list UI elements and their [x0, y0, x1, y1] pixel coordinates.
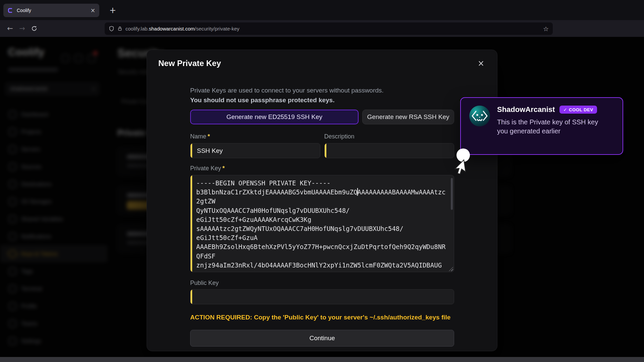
private-key-textarea[interactable]: -----BEGIN OPENSSH PRIVATE KEY-----b3Blb… — [190, 175, 454, 272]
avatar — [469, 105, 490, 127]
continue-button[interactable]: Continue — [190, 330, 454, 347]
window-bottom-strip — [0, 357, 644, 362]
scrollbar-thumb[interactable] — [451, 178, 453, 210]
check-icon: ✓ — [563, 107, 567, 112]
private-key-line: -----BEGIN OPENSSH PRIVATE KEY----- — [196, 179, 451, 188]
page-viewport: Coolify shadowarcanist ▾ Dashboard — [0, 37, 644, 357]
url-text: coolify.lab.shadowarcanist.com/security/… — [125, 26, 540, 32]
private-key-line: -----END OPENSSH PRIVATE KEY----- — [196, 270, 451, 272]
callout-text: This is the Private key of SSH key you g… — [497, 118, 608, 136]
lock-icon — [117, 26, 122, 32]
description-input[interactable] — [324, 143, 454, 158]
public-key-input[interactable] — [190, 289, 454, 304]
modal-title: New Private Key — [158, 59, 221, 68]
private-key-line: znjz94aIm23nRxl/4bO4AAAAF3BocHNlY2xpYi1n… — [196, 261, 451, 270]
browser-window: Coolify × + ← → coolify.lab.shadowarcani… — [0, 0, 644, 362]
required-asterisk: * — [222, 165, 225, 172]
tracking-shield-icon — [109, 25, 114, 32]
modal-intro-warning: You should not use passphrase protected … — [190, 97, 454, 104]
field-accent-bar — [325, 143, 326, 158]
shadowarcanist-callout: ShadowArcanist ✓COOL DEV This is the Pri… — [460, 97, 623, 155]
tab-strip: Coolify × + — [0, 0, 644, 20]
browser-tab-coolify[interactable]: Coolify × — [3, 4, 99, 17]
private-key-line: b3BlbnNzaC1rZXktdjEAAAAABG5vbmUAAAAEbm9u… — [196, 188, 451, 197]
private-key-line: QyNTUxOQAAACC7aH0HofUNqslg7vDUUBXUhc548/ — [196, 206, 451, 215]
tab-close-icon[interactable]: × — [91, 8, 95, 13]
private-key-label: Private Key* — [190, 165, 454, 172]
close-icon[interactable]: × — [475, 57, 487, 69]
reload-button[interactable] — [28, 22, 40, 35]
coolify-favicon — [7, 7, 13, 13]
name-label: Name* — [190, 133, 320, 140]
cool-dev-badge: ✓COOL DEV — [559, 106, 597, 114]
private-key-line: 2gtZW — [196, 197, 451, 206]
forward-button[interactable]: → — [16, 22, 28, 35]
private-key-line: eGiJtt50cZf+GzuAAAAKArcqCwK3Kg — [196, 215, 451, 224]
name-input[interactable]: SSH Key — [190, 143, 320, 158]
action-required-text: ACTION REQUIRED: Copy the 'Public Key' t… — [190, 314, 454, 321]
required-asterisk: * — [208, 133, 210, 140]
private-key-line: sAAAAAtzc2gtZWQyNTUxOQAAACC7aH0HofUNqslg… — [196, 224, 451, 233]
private-key-line: eGiJtt50cZf+GzuA — [196, 233, 451, 242]
browser-toolbar: ← → coolify.lab.shadowarcanist.com/secur… — [0, 20, 644, 37]
callout-name: ShadowArcanist — [497, 105, 555, 114]
tab-title: Coolify — [17, 8, 87, 13]
bookmark-star-icon[interactable]: ☆ — [543, 25, 549, 33]
modal-intro: Private Keys are used to connect to your… — [190, 87, 454, 94]
url-bar[interactable]: coolify.lab.shadowarcanist.com/security/… — [105, 22, 553, 35]
new-private-key-modal: New Private Key × Private Keys are used … — [147, 50, 497, 351]
text-caret — [357, 188, 358, 196]
public-key-label: Public Key — [190, 280, 454, 287]
modal-body: Private Keys are used to connect to your… — [190, 87, 454, 347]
description-label: Description — [324, 133, 454, 140]
private-key-line: QFdSF — [196, 252, 451, 261]
generate-ed25519-button[interactable]: Generate new ED25519 SSH Key — [190, 110, 359, 124]
field-accent-bar — [191, 290, 192, 304]
private-key-line: AAAEBh9ZsolHxq6BtehXzPVl5yYoZ77H+pwcnQcx… — [196, 242, 451, 251]
field-accent-bar — [191, 143, 192, 158]
new-tab-button[interactable]: + — [107, 4, 119, 16]
generate-rsa-button[interactable]: Generate new RSA SSH Key — [362, 110, 454, 124]
mouse-cursor-icon — [450, 159, 468, 177]
back-button[interactable]: ← — [4, 22, 16, 35]
field-accent-bar — [191, 175, 192, 272]
